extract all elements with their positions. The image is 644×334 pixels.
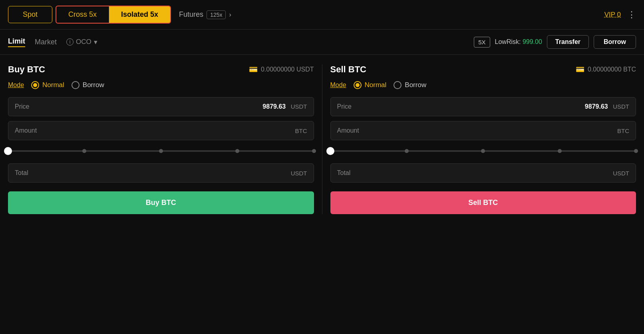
tab-market[interactable]: Market — [35, 38, 57, 46]
sell-amount-label: Amount — [337, 127, 359, 134]
sell-price-value-unit: 9879.63 USDT — [585, 103, 629, 110]
sell-mode-row: Mode Normal Borrow — [330, 81, 636, 89]
buy-borrow-label: Borrow — [83, 81, 104, 89]
buy-balance-info: 💳 0.00000000 USDT — [249, 65, 314, 74]
buy-slider-dot-100 — [312, 149, 316, 153]
buy-panel-header: Buy BTC 💳 0.00000000 USDT — [8, 64, 314, 75]
top-bar: Spot Cross 5x Isolated 5x Futures 125x ›… — [0, 0, 644, 30]
order-type-tabs: Limit Market i OCO ▾ — [8, 37, 97, 47]
futures-leverage-badge[interactable]: 125x — [207, 10, 226, 19]
sell-slider-track — [330, 150, 636, 152]
sell-amount-field[interactable]: Amount BTC — [330, 121, 636, 140]
sell-price-value: 9879.63 — [585, 103, 608, 110]
sell-balance-info: 💳 0.00000000 BTC — [576, 65, 636, 74]
buy-slider-dot-50 — [159, 149, 163, 153]
sell-total-label: Total — [337, 169, 351, 177]
buy-panel: Buy BTC 💳 0.00000000 USDT Mode Normal Bo… — [8, 64, 314, 214]
buy-amount-label: Amount — [15, 127, 37, 134]
buy-borrow-radio-icon — [72, 81, 80, 89]
trading-area: Buy BTC 💳 0.00000000 USDT Mode Normal Bo… — [0, 55, 644, 224]
buy-price-field[interactable]: Price 9879.63 USDT — [8, 97, 314, 116]
sell-slider-dot-75 — [558, 149, 562, 153]
sell-normal-radio-icon — [354, 81, 362, 89]
sell-price-field[interactable]: Price 9879.63 USDT — [330, 97, 636, 116]
tab-cross[interactable]: Cross 5x — [56, 6, 109, 23]
sell-amount-unit: BTC — [617, 127, 629, 134]
buy-radio-borrow[interactable]: Borrow — [72, 81, 104, 89]
sell-total-field[interactable]: Total USDT — [330, 163, 636, 183]
sell-slider-thumb — [326, 147, 334, 155]
lowrisk-label: LowRisk: 999.00 — [495, 38, 542, 46]
buy-total-unit: USDT — [291, 170, 307, 177]
oco-label: OCO — [76, 38, 91, 46]
tab-isolated[interactable]: Isolated 5x — [109, 6, 170, 23]
buy-total-field[interactable]: Total USDT — [8, 163, 314, 183]
sell-mode-label[interactable]: Mode — [330, 82, 346, 89]
buy-slider[interactable] — [8, 145, 314, 157]
sell-slider-dot-100 — [634, 149, 638, 153]
sell-wallet-icon: 💳 — [576, 65, 584, 74]
buy-slider-track — [8, 150, 314, 152]
buy-price-value-unit: 9879.63 USDT — [262, 103, 307, 110]
lowrisk-value: 999.00 — [523, 38, 542, 45]
buy-title: Buy BTC — [8, 64, 45, 75]
sell-radio-borrow[interactable]: Borrow — [394, 81, 426, 89]
sell-balance: 0.00000000 BTC — [588, 66, 636, 73]
buy-btc-button[interactable]: Buy BTC — [8, 191, 314, 214]
trading-type-tabs: Spot Cross 5x Isolated 5x — [8, 6, 179, 24]
sell-total-unit: USDT — [613, 170, 629, 177]
buy-balance: 0.00000000 USDT — [261, 66, 314, 73]
oco-chevron-icon: ▾ — [94, 38, 97, 46]
buy-mode-row: Mode Normal Borrow — [8, 81, 314, 89]
buy-normal-label: Normal — [42, 81, 64, 89]
futures-label: Futures — [179, 10, 203, 19]
tab-spot[interactable]: Spot — [8, 6, 52, 23]
buy-price-unit: USDT — [291, 103, 307, 110]
sell-title: Sell BTC — [330, 64, 366, 75]
buy-price-value: 9879.63 — [262, 103, 286, 110]
buy-price-label: Price — [15, 103, 29, 110]
sell-radio-normal[interactable]: Normal — [354, 81, 387, 89]
futures-chevron-icon[interactable]: › — [229, 11, 231, 18]
vip-label[interactable]: VIP 0 — [604, 11, 621, 19]
buy-total-label: Total — [15, 169, 28, 177]
info-icon: i — [66, 38, 74, 46]
borrow-button[interactable]: Borrow — [594, 35, 636, 49]
sell-normal-label: Normal — [365, 81, 387, 89]
wallet-icon: 💳 — [249, 65, 258, 74]
sell-price-unit: USDT — [613, 103, 629, 110]
right-controls: 5X LowRisk: 999.00 Transfer Borrow — [474, 35, 636, 49]
futures-section: Futures 125x › — [179, 10, 231, 19]
sell-panel-header: Sell BTC 💳 0.00000000 BTC — [330, 64, 636, 75]
sell-btc-button[interactable]: Sell BTC — [330, 191, 636, 214]
buy-slider-dot-25 — [82, 149, 86, 153]
oco-group[interactable]: i OCO ▾ — [66, 38, 97, 46]
sell-panel: Sell BTC 💳 0.00000000 BTC Mode Normal Bo… — [330, 64, 636, 214]
buy-amount-field[interactable]: Amount BTC — [8, 121, 314, 140]
tab-limit[interactable]: Limit — [8, 37, 25, 47]
sell-price-label: Price — [337, 103, 352, 110]
margin-tab-group: Cross 5x Isolated 5x — [56, 6, 171, 24]
buy-slider-thumb — [4, 147, 12, 155]
sell-borrow-radio-icon — [394, 81, 402, 89]
buy-normal-radio-icon — [31, 81, 39, 89]
more-options-icon[interactable]: ⋮ — [627, 10, 636, 20]
buy-mode-label[interactable]: Mode — [8, 82, 24, 89]
sell-slider-dot-50 — [481, 149, 485, 153]
transfer-button[interactable]: Transfer — [547, 35, 589, 49]
buy-radio-normal[interactable]: Normal — [31, 81, 64, 89]
sell-slider[interactable] — [330, 145, 636, 157]
buy-slider-dot-75 — [235, 149, 239, 153]
panel-divider — [322, 64, 322, 214]
sell-borrow-label: Borrow — [405, 81, 426, 89]
leverage-badge[interactable]: 5X — [474, 37, 490, 48]
sell-slider-dot-25 — [405, 149, 409, 153]
buy-amount-unit: BTC — [295, 127, 307, 134]
second-bar: Limit Market i OCO ▾ 5X LowRisk: 999.00 … — [0, 30, 644, 55]
